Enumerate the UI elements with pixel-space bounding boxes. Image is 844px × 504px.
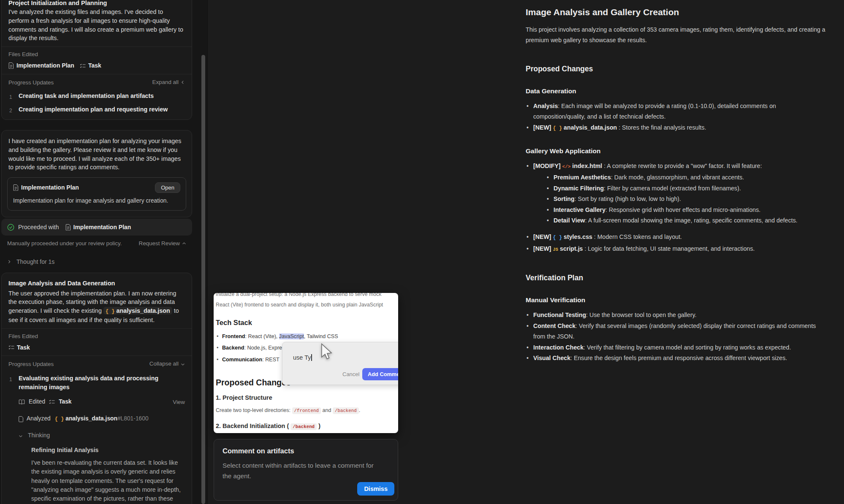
progress-item-text: Evaluating existing analysis data and pr… — [19, 375, 158, 390]
progress-item[interactable]: 2 Creating implementation plan and reque… — [8, 105, 185, 114]
item-lead: Communication — [222, 357, 262, 363]
message-body: I have created an implementation plan fo… — [8, 137, 185, 172]
item-text: : Each image will be analyzed to provide… — [533, 103, 776, 120]
edited-task-row[interactable]: Edited Task View — [19, 398, 185, 406]
doc-heading-verification-plan: Verification Plan — [526, 273, 825, 283]
file-token-label[interactable]: script.js — [560, 245, 583, 252]
check-circle-icon — [7, 224, 14, 231]
analyzed-file-row[interactable]: Analyzed { } analysis_data.json#L801-160… — [19, 415, 185, 424]
item-lead: Dynamic Filtering — [554, 185, 604, 192]
doc-heading-proposed-changes: Proposed Changes — [526, 64, 825, 74]
item-text: : Use the browser tool to open the galle… — [586, 312, 697, 318]
document-icon — [8, 62, 14, 69]
file-chip-task[interactable]: Task — [80, 61, 101, 70]
braces-icon: { } — [553, 235, 562, 241]
js-icon: JS — [553, 247, 559, 252]
change-tag-new: [NEW] — [533, 233, 551, 240]
thinking-label: Thinking — [28, 431, 50, 440]
gallery-list: [MODIFY] </> index.html : A complete rew… — [526, 161, 825, 255]
file-token-label[interactable]: styles.css — [564, 233, 592, 240]
list-item: Visual Check: Ensure the design feels pr… — [526, 353, 825, 363]
item-text: : Dark mode, glassmorphism, and vibrant … — [611, 174, 744, 181]
list-item: Functional Testing: Use the browser tool… — [526, 310, 825, 320]
preview-intro: Initialize a dual-project setup: a Node.… — [216, 293, 396, 310]
artifact-card[interactable]: Implementation Plan Open Implementation … — [7, 177, 186, 211]
files-edited-label: Files Edited — [8, 51, 185, 58]
cancel-button[interactable]: Cancel — [342, 371, 359, 377]
preview-section-project-structure: 1. Project Structure — [216, 393, 398, 403]
proceeded-artifact-chip[interactable]: Implementation Plan — [65, 224, 131, 230]
card-title: Project Initialization and Planning — [8, 0, 185, 8]
thinking-title: Refining Initial Analysis — [31, 446, 185, 455]
progress-item-number: 2 — [9, 106, 12, 115]
change-tag-new: [NEW] — [533, 124, 551, 131]
open-artifact-button[interactable]: Open — [155, 182, 180, 193]
item-lead: Interaction Check — [533, 344, 583, 351]
doc-heading-data-generation: Data Generation — [526, 87, 825, 96]
request-review-button[interactable]: Request Review — [138, 240, 186, 247]
agent-workspace: Project Initialization and Planning I've… — [0, 0, 844, 504]
file-token-label[interactable]: index.html — [572, 163, 602, 169]
preview-heading-tech-stack: Tech Stack — [216, 318, 398, 327]
item-text: : React (Vite), — [245, 333, 279, 339]
file-chip-label: Task — [17, 343, 30, 352]
card-body: I've analyzed the existing files and ima… — [8, 8, 185, 43]
list-item: Sorting: Sort by rating (high to low, lo… — [546, 194, 825, 204]
review-policy-row: Manually proceeded under your review pol… — [1, 240, 192, 247]
artifact-document: Image Analysis and Gallery Creation This… — [526, 6, 825, 363]
progress-item[interactable]: 1 Evaluating existing analysis data and … — [8, 374, 185, 392]
code-chip-backend: /backend — [290, 423, 317, 430]
collapse-all-button[interactable]: Collapse all — [149, 360, 185, 369]
preview-intro-line: React (Vite) frontend to search and disp… — [216, 302, 383, 308]
chat-activity-panel: Project Initialization and Planning I've… — [0, 0, 208, 504]
item-lead: Detail View — [554, 217, 585, 224]
item-text: : Responsive grid with hover effects and… — [605, 206, 760, 213]
comment-input-popup: use Ty Cancel Add Comment — [282, 342, 398, 385]
analyzed-label: Analyzed — [27, 415, 51, 423]
file-token-analysis-data[interactable]: { } analysis_data.json — [103, 307, 172, 314]
progress-updates-label: Progress Updates — [8, 360, 54, 368]
item-lead: Analysis — [533, 103, 558, 109]
checklist-icon — [80, 63, 86, 68]
progress-updates-header: Progress Updates Collapse all — [8, 360, 185, 369]
artifact-title-row: Implementation Plan — [13, 183, 79, 192]
expand-all-button[interactable]: Expand all — [152, 78, 185, 87]
thinking-toggle[interactable]: Thinking — [19, 431, 185, 440]
thought-toggle[interactable]: Thought for 1s — [7, 258, 54, 265]
view-button[interactable]: View — [173, 398, 185, 406]
dismiss-button[interactable]: Dismiss — [357, 482, 394, 496]
add-comment-button[interactable]: Add Comment — [362, 368, 398, 380]
doc-title: Image Analysis and Gallery Creation — [526, 6, 825, 19]
artifact-preview-popup[interactable]: Initialize a dual-project setup: a Node.… — [214, 293, 398, 433]
code-chip-backend: /backend — [333, 407, 359, 414]
progress-item[interactable]: 1 Creating task and implementation plan … — [8, 92, 185, 100]
progress-item-details: Edited Task View Analyzed { } analysis_d… — [8, 398, 185, 504]
change-tag-new: [NEW] — [533, 245, 551, 252]
item-lead: Backend — [222, 345, 244, 351]
item-text: : REST — [262, 357, 280, 363]
thought-label: Thought for 1s — [16, 258, 54, 265]
item-text: : A complete rewrite to provide a "wow" … — [602, 163, 762, 169]
item-text: : A full-screen modal showing the image,… — [585, 217, 798, 224]
file-chip-task[interactable]: Task — [8, 343, 30, 352]
panel-scrollbar-thumb[interactable] — [201, 55, 205, 504]
text: Create two top-level directories: — [216, 407, 292, 413]
list-item: [NEW] { } analysis_data.json : Stores th… — [526, 122, 825, 134]
card-body: The user approved the implementation pla… — [8, 289, 185, 325]
file-chip-label: Task — [88, 61, 101, 70]
preview-section-backend-init: 2. Backend Initialization ( /backend ) — [216, 421, 398, 432]
item-lead: Frontend — [222, 333, 245, 339]
file-chip-implementation-plan[interactable]: Implementation Plan — [8, 61, 74, 70]
book-icon — [19, 399, 25, 405]
list-item: Frontend: React (Vite), JavaScript, Tail… — [216, 331, 398, 342]
item-lead: Premium Aesthetics — [554, 174, 611, 181]
item-text: : Modern CSS tokens and layout. — [592, 233, 682, 240]
file-token-label[interactable]: analysis_data.json — [564, 124, 617, 131]
artifact-description: Implementation plan for image analysis a… — [13, 197, 180, 206]
change-tag-modify: [MODIFY] — [533, 163, 561, 169]
comment-input[interactable]: use Ty — [293, 354, 312, 361]
item-text: : Sort by rating (high to low, low to hi… — [575, 195, 681, 202]
item-text: : Verify that filtering by camera model … — [583, 344, 791, 351]
edited-label: Edited — [29, 398, 45, 406]
comment-on-artifacts-panel: Comment on artifacts Select content with… — [214, 439, 398, 501]
